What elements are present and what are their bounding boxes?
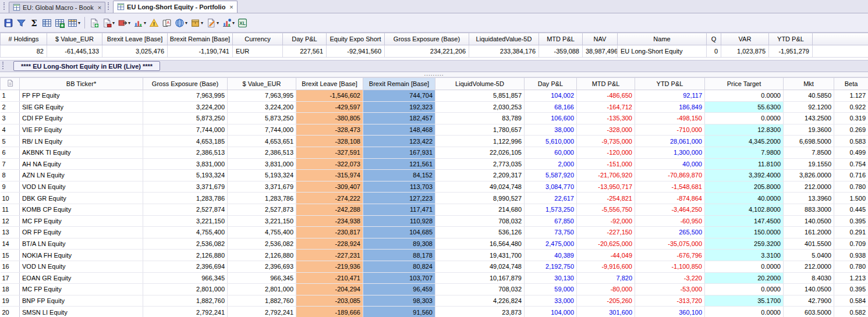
dropdown-caret-icon[interactable]: ▾	[201, 20, 203, 26]
cell-mtd-pnl[interactable]: 7,820	[577, 272, 635, 284]
cell-day-pnl[interactable]: 67,850	[525, 215, 577, 227]
cell-liquid-volume[interactable]: 19,431,700	[435, 250, 525, 261]
cell-day-pnl[interactable]: 104,000	[525, 307, 577, 317]
cell-value-eur[interactable]: 5,193,324	[228, 170, 296, 181]
cell-gross-exposure[interactable]: 7,963,995	[143, 90, 228, 102]
cell-value-eur[interactable]: 7,744,000	[228, 124, 296, 136]
cell-day-pnl[interactable]: 2,192,750	[525, 261, 577, 272]
row-number[interactable]: 17	[1, 272, 20, 284]
tab-eu-long-short-portfolio[interactable]: EU Long-Short Equity - Portfolio ×	[113, 1, 238, 13]
cell-price-target[interactable]: 0.0000	[705, 90, 784, 102]
cell-brexit-remain[interactable]: 98,303	[363, 295, 435, 307]
cell-mtd-pnl[interactable]: -5,556,750	[577, 204, 635, 215]
row-number[interactable]: 18	[1, 284, 20, 295]
cell-liquid-volume[interactable]: 1,780,657	[435, 124, 525, 136]
cell-price-target[interactable]: 147.4500	[705, 215, 784, 227]
cell-value-eur[interactable]: 1,283,786	[228, 193, 296, 204]
cell-ticker[interactable]: AZN LN Equity	[20, 170, 143, 181]
summary-column-header[interactable]: YTD P&L	[769, 33, 813, 45]
cell-value-eur[interactable]: 2,527,873	[228, 204, 296, 215]
cell-brexit-leave[interactable]: -327,591	[296, 147, 363, 158]
cell-day-pnl[interactable]: 1,573,250	[525, 204, 577, 215]
grid-column-header[interactable]: Beta	[834, 78, 868, 90]
cell-price-target[interactable]: 0.0000	[705, 113, 784, 124]
cell-gross-exposure[interactable]: 7,744,000	[143, 124, 228, 136]
cell-mtd-pnl[interactable]: -151,000	[577, 158, 635, 170]
summary-cell[interactable]: EU Long-Short Equity	[618, 45, 707, 58]
cell-beta[interactable]: 0.269	[834, 124, 868, 136]
row-number[interactable]: 11	[1, 204, 20, 215]
cell-price-target[interactable]: 150.0000	[705, 227, 784, 238]
dropdown-caret-icon[interactable]: ▾	[78, 20, 80, 26]
cell-mkt[interactable]: 140.0500	[784, 215, 834, 227]
cell-gross-exposure[interactable]: 1,882,760	[143, 295, 228, 307]
share-chart-icon[interactable]: ▾	[221, 17, 236, 29]
cell-brexit-remain[interactable]: 148,468	[363, 124, 435, 136]
cell-beta[interactable]: 0.709	[834, 238, 868, 250]
cell-beta[interactable]: 0.395	[834, 215, 868, 227]
cell-ticker[interactable]: VIE FP Equity	[20, 124, 143, 136]
cell-ytd-pnl[interactable]: -3,464,250	[635, 204, 705, 215]
drag-grip-icon[interactable]	[2, 62, 5, 69]
cell-ytd-pnl[interactable]: -3,220	[635, 272, 705, 284]
cell-day-pnl[interactable]: 2,000	[525, 158, 577, 170]
cell-beta[interactable]: 0.780	[834, 181, 868, 193]
cell-ticker[interactable]: AKBNK TI Equity	[20, 147, 143, 158]
cell-mkt[interactable]: 8.4030	[784, 272, 834, 284]
cell-price-target[interactable]: 11.8100	[705, 158, 784, 170]
cell-brexit-leave[interactable]: -219,936	[296, 261, 363, 272]
cell-value-eur[interactable]: 3,221,150	[228, 215, 296, 227]
cell-mkt[interactable]: 7.8500	[784, 147, 834, 158]
cell-mtd-pnl[interactable]: -9,735,000	[577, 136, 635, 147]
sum-icon[interactable]: Σ	[28, 17, 40, 29]
cell-ticker[interactable]: VOD LN Equity	[20, 261, 143, 272]
cell-value-eur[interactable]: 2,126,880	[228, 250, 296, 261]
cell-mtd-pnl[interactable]: -44,049	[577, 250, 635, 261]
summary-column-header[interactable]: Gross Exposure (Base)	[385, 33, 469, 45]
cell-brexit-leave[interactable]: -380,805	[296, 113, 363, 124]
cell-gross-exposure[interactable]: 2,386,513	[143, 147, 228, 158]
cell-mtd-pnl[interactable]: -92,000	[577, 215, 635, 227]
cell-mtd-pnl[interactable]: -227,150	[577, 227, 635, 238]
cell-mkt[interactable]: 3,826.0000	[784, 170, 834, 181]
summary-column-header[interactable]: Brexit Leave [Base]	[102, 33, 168, 45]
grid-column-header[interactable]: Mkt	[784, 78, 834, 90]
cell-value-eur[interactable]: 3,831,000	[228, 158, 296, 170]
cell-ticker[interactable]: FP FP Equity	[20, 90, 143, 102]
cell-price-target[interactable]: 12.8300	[705, 124, 784, 136]
grid-corner-cell[interactable]	[1, 78, 20, 90]
cell-mtd-pnl[interactable]: -120,000	[577, 147, 635, 158]
summary-cell[interactable]: 234,221,206	[385, 45, 469, 58]
summary-cell[interactable]: -1,951,279	[769, 45, 813, 58]
cell-beta[interactable]: 0.582	[834, 307, 868, 317]
cell-gross-exposure[interactable]: 3,221,150	[143, 215, 228, 227]
cell-ytd-pnl[interactable]: 360,100	[635, 307, 705, 317]
row-number[interactable]: 12	[1, 215, 20, 227]
cell-liquid-volume[interactable]: 708,032	[435, 215, 525, 227]
cell-brexit-remain[interactable]: 80,824	[363, 261, 435, 272]
cell-ytd-pnl[interactable]: -874,864	[635, 193, 705, 204]
cell-mkt[interactable]: 161.2000	[784, 227, 834, 238]
cell-price-target[interactable]: 4,102.8000	[705, 204, 784, 215]
summary-cell[interactable]: 38,987,496	[583, 45, 618, 58]
package-icon[interactable]: ▾	[189, 17, 204, 29]
cell-brexit-remain[interactable]: 127,223	[363, 193, 435, 204]
grid-column-header[interactable]: MTD P&L	[577, 78, 635, 90]
cell-value-eur[interactable]: 966,345	[228, 272, 296, 284]
cell-ticker[interactable]: KOMB CP Equity	[20, 204, 143, 215]
cell-brexit-remain[interactable]: 89,308	[363, 238, 435, 250]
cell-gross-exposure[interactable]: 5,873,250	[143, 113, 228, 124]
cell-beta[interactable]: 0.716	[834, 170, 868, 181]
splitter-handle[interactable]: .........	[0, 72, 868, 77]
row-number[interactable]: 14	[1, 238, 20, 250]
cell-liquid-volume[interactable]: 10,167,879	[435, 272, 525, 284]
cell-gross-exposure[interactable]: 966,345	[143, 272, 228, 284]
report-icon[interactable]: ▾	[101, 17, 116, 29]
summary-column-header[interactable]: MTD P&L	[539, 33, 583, 45]
close-icon[interactable]: ×	[98, 4, 101, 11]
cell-mtd-pnl[interactable]: 301,600	[577, 307, 635, 317]
cell-brexit-remain[interactable]: 104,685	[363, 227, 435, 238]
tab-global-macro-book[interactable]: EU: Global Macro - Book ×	[9, 2, 105, 13]
cell-brexit-remain[interactable]: 88,178	[363, 250, 435, 261]
cell-gross-exposure[interactable]: 3,831,000	[143, 158, 228, 170]
